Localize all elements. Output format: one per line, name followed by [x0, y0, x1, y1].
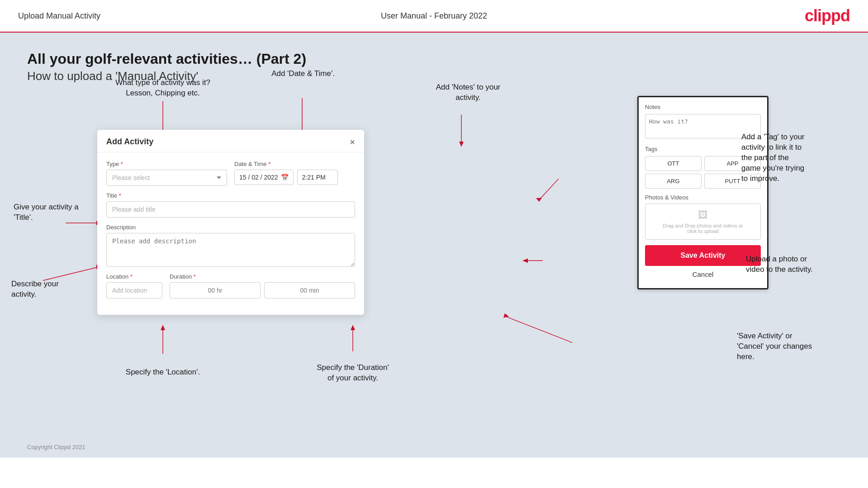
title-label: Title *	[106, 192, 355, 199]
svg-marker-12	[351, 325, 355, 330]
modal-body: Type * Please select Date & Time * 15 / …	[97, 152, 364, 315]
type-label: Type *	[106, 161, 227, 167]
svg-marker-16	[536, 198, 542, 202]
duration-inputs	[170, 282, 355, 298]
annotation-activity-type: What type of activity was it? Lesson, Ch…	[109, 78, 217, 99]
title-input[interactable]	[106, 201, 355, 218]
modal-header: Add Activity ×	[97, 130, 364, 152]
type-datetime-row: Type * Please select Date & Time * 15 / …	[106, 161, 355, 186]
main-content: All your golf-relevant activities… (Part…	[0, 33, 868, 458]
photo-icon: 🖼	[698, 209, 708, 221]
datetime-label: Date & Time *	[234, 161, 355, 167]
tag-ott[interactable]: OTT	[645, 156, 702, 171]
svg-line-19	[504, 316, 572, 343]
svg-marker-18	[522, 258, 528, 263]
annotation-duration: Specify the 'Duration' of your activity.	[289, 363, 416, 384]
page-label: Upload Manual Activity	[18, 11, 100, 21]
location-label: Location *	[106, 273, 162, 280]
description-group: Description	[106, 224, 355, 267]
date-input[interactable]: 15 / 02 / 2022 📅	[234, 170, 294, 185]
svg-line-7	[43, 267, 97, 280]
photos-section: Photos & Videos 🖼 Drag and Drop photos a…	[645, 194, 761, 240]
duration-min-input[interactable]	[264, 282, 355, 298]
calendar-icon: 📅	[281, 174, 289, 181]
annotation-date-time: Add 'Date & Time'.	[253, 69, 353, 79]
annotation-save-cancel: 'Save Activity' or 'Cancel' your changes…	[737, 331, 863, 362]
logo: clippd	[805, 6, 850, 25]
location-input[interactable]	[106, 282, 162, 298]
svg-line-15	[538, 179, 559, 201]
duration-label: Duration *	[170, 273, 355, 280]
datetime-group: Date & Time * 15 / 02 / 2022 📅 2:21 PM	[234, 161, 355, 186]
photo-upload-area[interactable]: 🖼 Drag and Drop photos and videos or cli…	[645, 204, 761, 240]
cancel-link[interactable]: Cancel	[645, 270, 761, 282]
manual-title: User Manual - February 2022	[381, 11, 487, 21]
annotation-notes: Add 'Notes' to your activity.	[416, 82, 520, 103]
location-group: Location *	[106, 273, 162, 298]
photos-label: Photos & Videos	[645, 194, 761, 201]
date-time-group: 15 / 02 / 2022 📅 2:21 PM	[234, 170, 355, 185]
annotation-tag: Add a 'Tag' to your activity to link it …	[741, 132, 863, 184]
footer-copyright: Copyright Clippd 2021	[27, 444, 85, 450]
annotation-upload: Upload a photo or video to the activity.	[746, 254, 863, 275]
annotation-location: Specify the 'Location'.	[104, 367, 222, 378]
tag-arg[interactable]: ARG	[645, 174, 702, 189]
add-activity-modal: Add Activity × Type * Please select Date…	[97, 130, 364, 315]
svg-marker-10	[161, 325, 165, 330]
photo-upload-text: Drag and Drop photos and videos or click…	[663, 223, 743, 234]
close-button[interactable]: ×	[350, 137, 355, 147]
duration-group: Duration *	[170, 273, 355, 298]
annotation-describe: Describe your activity.	[11, 279, 84, 300]
title-group: Title *	[106, 192, 355, 218]
location-duration-row: Location * Duration *	[106, 273, 355, 298]
page-title-main: All your golf-relevant activities… (Part…	[27, 51, 841, 67]
annotation-title: Give your activity a 'Title'.	[14, 202, 90, 223]
svg-marker-20	[503, 313, 509, 318]
svg-marker-14	[459, 142, 464, 147]
top-bar: Upload Manual Activity User Manual - Feb…	[0, 0, 868, 33]
save-activity-button[interactable]: Save Activity	[645, 245, 761, 266]
description-textarea[interactable]	[106, 233, 355, 267]
type-group: Type * Please select	[106, 161, 227, 186]
type-select[interactable]: Please select	[106, 170, 227, 186]
modal-title: Add Activity	[106, 137, 153, 147]
duration-hr-input[interactable]	[170, 282, 261, 298]
time-input[interactable]: 2:21 PM	[297, 170, 338, 185]
notes-label: Notes	[645, 104, 761, 110]
description-label: Description	[106, 224, 355, 231]
